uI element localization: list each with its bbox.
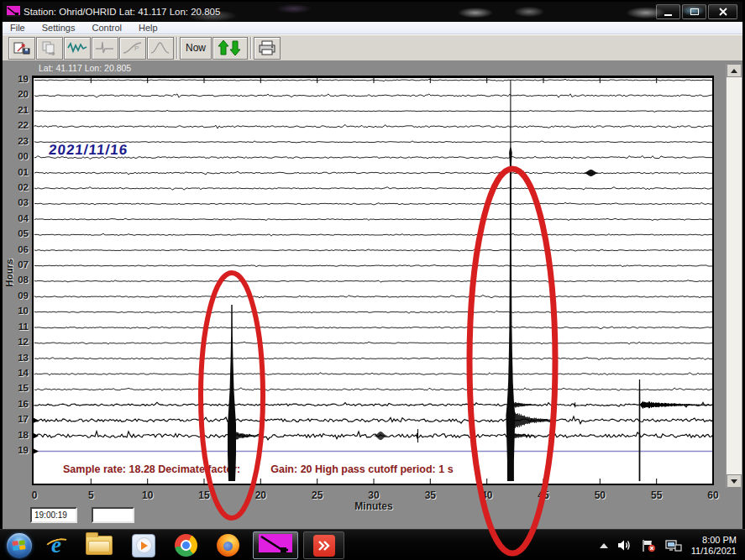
trace-row-17-22 [34, 416, 712, 424]
hour-label-11: 06 [6, 244, 29, 254]
network-icon[interactable] [665, 539, 682, 552]
minute-label-40: 40 [481, 489, 492, 501]
hour-label-22: 17 [6, 414, 29, 424]
scroll-up-button[interactable] [727, 64, 742, 77]
hour-label-13: 08 [6, 275, 29, 285]
secondary-time-field[interactable] [92, 507, 134, 523]
start-button[interactable] [7, 533, 32, 558]
impulse-icon [95, 40, 115, 55]
trace-row-08-13 [34, 280, 712, 283]
hour-label-14: 09 [6, 290, 29, 301]
menu-file[interactable]: File [3, 22, 34, 34]
trace-coda [641, 401, 713, 409]
close-button[interactable] [708, 4, 737, 19]
toolbar-separator [176, 37, 177, 59]
gaussian-curve-icon [150, 40, 171, 55]
minute-label-30: 30 [368, 489, 379, 501]
system-tray: 8:00 PM 11/16/2021 [600, 530, 737, 560]
copy-icon [40, 40, 59, 55]
trace-spike [522, 170, 523, 175]
gaussian-filter-button-disabled[interactable] [147, 37, 174, 60]
menu-help[interactable]: Help [130, 22, 166, 34]
seismograph-icon [7, 6, 20, 18]
trace-row-18-23 [34, 432, 712, 440]
media-player-icon [136, 537, 152, 553]
maximize-button[interactable] [682, 4, 706, 19]
hour-label-16: 11 [6, 322, 29, 332]
chrome-button[interactable] [175, 534, 197, 557]
hour-label-6: 01 [6, 167, 29, 177]
clock-time: 8:00 PM [691, 535, 737, 546]
trace-row-23-4 [34, 141, 712, 143]
hour-label-21: 16 [6, 399, 29, 409]
windows-flag-icon [12, 540, 26, 552]
trace-row-04-9 [34, 218, 712, 220]
waveform-view-button[interactable] [64, 37, 91, 60]
event-3 [639, 379, 641, 481]
up-down-arrows-icon [218, 39, 243, 56]
minutes-axis-label: Minutes [354, 500, 392, 512]
hour-label-2: 21 [6, 105, 29, 115]
event-1 [228, 305, 236, 481]
action-center-flag-icon[interactable] [641, 539, 656, 552]
open-data-icon [13, 40, 31, 55]
internet-explorer-button[interactable]: e [44, 532, 69, 558]
trace-row-16-21 [34, 402, 712, 407]
print-button[interactable] [254, 37, 281, 60]
trace-row-09-14 [34, 296, 712, 298]
helicorder-plot-area[interactable]: 2021/11/16 Sample rate: 18.28 Decimate f… [32, 76, 714, 485]
seismograph-app-button[interactable] [253, 531, 298, 559]
minute-label-35: 35 [425, 489, 436, 501]
copy-button-disabled[interactable] [36, 37, 63, 60]
hour-label-24: 19 [6, 445, 29, 455]
file-explorer-button[interactable] [86, 536, 113, 555]
hour-label-17: 12 [6, 337, 29, 347]
event-2 [506, 80, 515, 481]
trace-row-10-15 [34, 311, 712, 313]
remote-desktop-icon [313, 535, 335, 557]
trace-row-13-18 [34, 358, 712, 360]
trace-spike [574, 402, 575, 407]
highpass-filter-button-disabled[interactable]: P [119, 37, 146, 60]
scroll-down-button[interactable] [727, 474, 742, 488]
printer-icon [257, 40, 277, 55]
title-bar: Station: Ohrid/OHRID Lat: 41.117 Lon: 20… [3, 2, 742, 22]
hour-label-19: 14 [6, 368, 29, 378]
trace-coda [512, 402, 540, 408]
trace-row-22-3 [34, 124, 712, 128]
trace-row-19-0 [34, 79, 712, 81]
row-start-marker [34, 418, 39, 423]
vertical-scrollbar[interactable] [726, 64, 742, 488]
hour-label-3: 22 [6, 120, 29, 130]
clock[interactable]: 8:00 PM 11/16/2021 [691, 535, 737, 557]
cursor-time-field[interactable]: 19:00:19 [30, 507, 77, 523]
row-start-marker [34, 433, 39, 438]
minute-label-20: 20 [255, 489, 266, 501]
menu-control[interactable]: Control [83, 22, 129, 34]
hour-label-20: 15 [6, 383, 29, 393]
remote-desktop-app-button[interactable] [303, 531, 344, 559]
hour-label-5: 00 [6, 151, 29, 161]
menu-bar: File Settings Control Help [3, 22, 742, 34]
show-hidden-icons-button[interactable] [600, 543, 608, 548]
now-button[interactable]: Now [180, 37, 212, 60]
volume-icon[interactable] [617, 539, 632, 552]
firefox-button[interactable] [217, 534, 239, 557]
trace-row-05-10 [34, 233, 712, 236]
menu-settings[interactable]: Settings [34, 22, 84, 34]
open-data-button[interactable] [8, 37, 35, 60]
media-player-button[interactable] [132, 534, 155, 557]
hour-label-10: 05 [6, 228, 29, 238]
status-gain-filter: Gain: 20 High pass cutoff period: 1 s [270, 463, 453, 475]
trace-row-11-16 [34, 327, 712, 329]
scroll-hours-button[interactable] [212, 37, 248, 60]
trace-row-07-12 [34, 265, 712, 267]
svg-text:P: P [134, 44, 139, 52]
hour-label-1: 20 [6, 89, 29, 99]
hour-label-23: 18 [6, 430, 29, 440]
impulse-button-disabled[interactable] [92, 37, 118, 60]
minute-label-5: 5 [88, 489, 94, 501]
station-latlon-label: Lat: 41.117 Lon: 20.805 [39, 63, 131, 73]
minimize-button[interactable] [656, 4, 680, 19]
hour-label-0: 19 [6, 74, 29, 84]
